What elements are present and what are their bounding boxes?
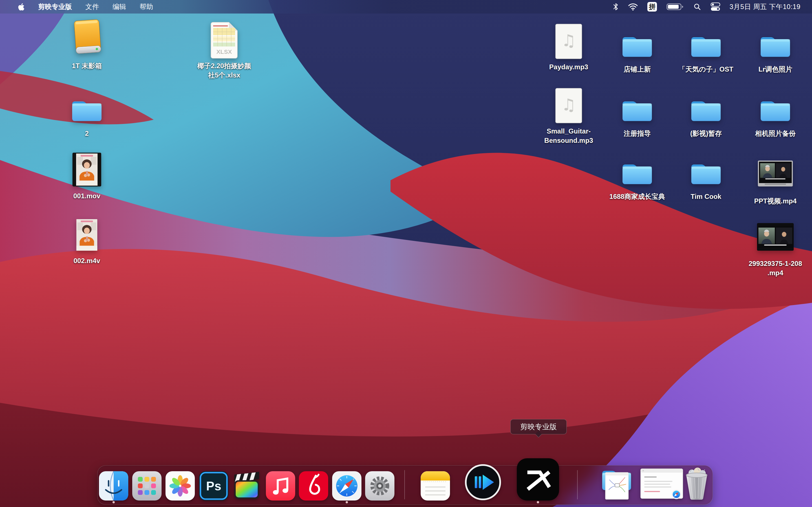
desktop-item-folder-tenki-ost[interactable]: 「天気の子」OST <box>673 16 739 74</box>
desktop-item-label: 注册指导 <box>624 129 651 138</box>
wallpaper-big-sur <box>0 0 812 507</box>
dock-tooltip-text: 剪映专业版 <box>520 422 557 432</box>
desktop-item-label: 「天気の子」OST <box>679 64 733 74</box>
apple-menu[interactable] <box>11 0 31 13</box>
system-preferences-icon <box>365 471 395 501</box>
folder-icon <box>689 16 723 62</box>
dock-netease-music[interactable] <box>299 471 328 501</box>
photoshop-icon: Ps <box>199 471 229 501</box>
dock-apple-music[interactable] <box>266 471 295 501</box>
desktop-item-002-m4v[interactable]: 002.m4v <box>54 208 120 265</box>
dock-downloads-stack[interactable] <box>598 466 636 501</box>
video-thumbnail-icon <box>76 208 98 254</box>
dock-photoshop[interactable]: Ps <box>199 471 229 501</box>
video-thumbnail-icon <box>758 144 793 194</box>
desktop-item-label: Payday.mp3 <box>549 62 588 71</box>
desktop-item-label: Lr调色照片 <box>758 64 792 74</box>
desktop-item-label: 299329375-1-208 .mp4 <box>749 259 802 277</box>
dock-tooltip: 剪映专业版 <box>510 419 567 434</box>
folder-icon <box>620 80 654 127</box>
dock-notes[interactable] <box>421 471 450 501</box>
desktop-item-label: 椰子2.20拍摄妙颜 社5个.xlsx <box>197 61 251 80</box>
folder-icon <box>759 16 792 62</box>
desktop-item-001-mov[interactable]: 001.mov <box>54 144 120 201</box>
dock-final-cut-pro[interactable] <box>232 471 261 501</box>
dock: Ps <box>97 465 713 505</box>
photos-icon <box>165 471 195 501</box>
menu-bar: 剪映专业版 文件 编辑 帮助 拼 <box>0 0 812 13</box>
desktop-item-xlsx[interactable]: XLSX 椰子2.20拍摄妙颜 社5个.xlsx <box>191 16 257 80</box>
macos-desktop: ♫ <box>0 0 812 507</box>
menu-edit[interactable]: 编辑 <box>106 0 133 13</box>
desktop-item-label: 1688商家成长宝典 <box>609 192 665 201</box>
desktop-item-label: Tim Cook <box>691 192 721 201</box>
dock-photos[interactable] <box>165 471 195 501</box>
desktop-item-small-guitar-mp3[interactable]: Small_Guitar- Bensound.mp3 <box>536 80 602 145</box>
downloads-stack-icon <box>598 466 636 501</box>
running-indicator <box>537 501 539 503</box>
apple-music-icon <box>266 471 295 501</box>
desktop-item-ppt-video[interactable]: PPT视频.mp4 <box>742 144 809 206</box>
folder-icon <box>689 144 723 190</box>
minimized-safari-window-icon <box>640 468 683 501</box>
desktop-item-folder-tim-cook[interactable]: Tim Cook <box>673 144 739 201</box>
netease-music-icon <box>299 471 328 501</box>
dock-trash[interactable] <box>681 466 712 501</box>
menu-app-name[interactable]: 剪映专业版 <box>31 0 79 13</box>
desktop-item-folder-shop-new[interactable]: 店铺上新 <box>604 16 670 74</box>
dock-safari[interactable] <box>332 471 361 501</box>
desktop-item-label: 002.m4v <box>73 256 100 265</box>
dock-system-preferences[interactable] <box>365 471 395 501</box>
running-indicator <box>346 501 348 503</box>
desktop-item-label: 相机照片备份 <box>755 129 796 138</box>
desktop-item-folder-film-temp[interactable]: (影视)暂存 <box>673 80 739 138</box>
dock-divider <box>577 470 578 499</box>
desktop-item-folder-lr-photos[interactable]: Lr调色照片 <box>742 16 809 74</box>
excel-file-icon: XLSX <box>209 16 239 59</box>
safari-icon <box>332 471 361 501</box>
dock-finder[interactable] <box>99 471 128 501</box>
dock-divider <box>404 470 405 499</box>
audio-file-icon <box>555 80 582 124</box>
battery-icon[interactable] <box>662 0 689 13</box>
running-indicator <box>112 501 115 503</box>
dock-capcut[interactable] <box>517 458 559 501</box>
desktop-item-label: 店铺上新 <box>624 64 651 74</box>
folder-icon <box>689 80 723 127</box>
search-icon[interactable] <box>689 0 706 13</box>
desktop-item-label: (影视)暂存 <box>690 129 722 138</box>
input-source-badge[interactable]: 拼 <box>643 0 662 13</box>
photoshop-ps-text: Ps <box>206 479 221 493</box>
folder-icon <box>620 144 654 190</box>
desktop-item-299-video[interactable]: 299329375-1-208 .mp4 <box>742 208 809 277</box>
bluetooth-icon[interactable] <box>608 0 623 13</box>
menu-datetime[interactable]: 3月5日 周五 下午10:19 <box>725 0 805 13</box>
menu-help[interactable]: 帮助 <box>133 0 160 13</box>
desktop-item-label: 001.mov <box>73 191 100 201</box>
desktop-item-folder-registration[interactable]: 注册指导 <box>604 80 670 138</box>
notes-icon <box>421 471 450 501</box>
desktop-item-label: 2 <box>85 129 89 138</box>
desktop-item-label: PPT视频.mp4 <box>754 196 797 206</box>
video-thumbnail-icon <box>72 144 101 189</box>
menu-file[interactable]: 文件 <box>79 0 106 13</box>
wifi-icon[interactable] <box>623 0 643 13</box>
desktop-item-folder-2[interactable]: 2 <box>54 80 120 138</box>
capcut-icon <box>517 458 559 501</box>
desktop-item-label: 1T 末影箱 <box>72 61 102 70</box>
video-thumbnail-icon <box>757 208 794 257</box>
audio-file-icon <box>555 16 582 60</box>
control-center-icon[interactable] <box>706 0 725 13</box>
dock-media-player[interactable] <box>465 464 501 501</box>
desktop-item-folder-1688[interactable]: 1688商家成长宝典 <box>604 144 670 201</box>
desktop-item-folder-camera-backup[interactable]: 相机照片备份 <box>742 80 809 138</box>
desktop-item-payday-mp3[interactable]: Payday.mp3 <box>536 16 602 71</box>
dock-minimized-window[interactable] <box>640 468 683 501</box>
desktop-item-label: Small_Guitar- Bensound.mp3 <box>544 126 593 145</box>
desktop-item-1t-drive[interactable]: 1T 末影箱 <box>54 16 120 70</box>
final-cut-pro-icon <box>232 471 261 501</box>
dock-launchpad[interactable] <box>132 471 161 501</box>
folder-icon <box>759 80 792 127</box>
folder-icon <box>620 16 654 62</box>
trash-full-icon <box>681 466 712 501</box>
